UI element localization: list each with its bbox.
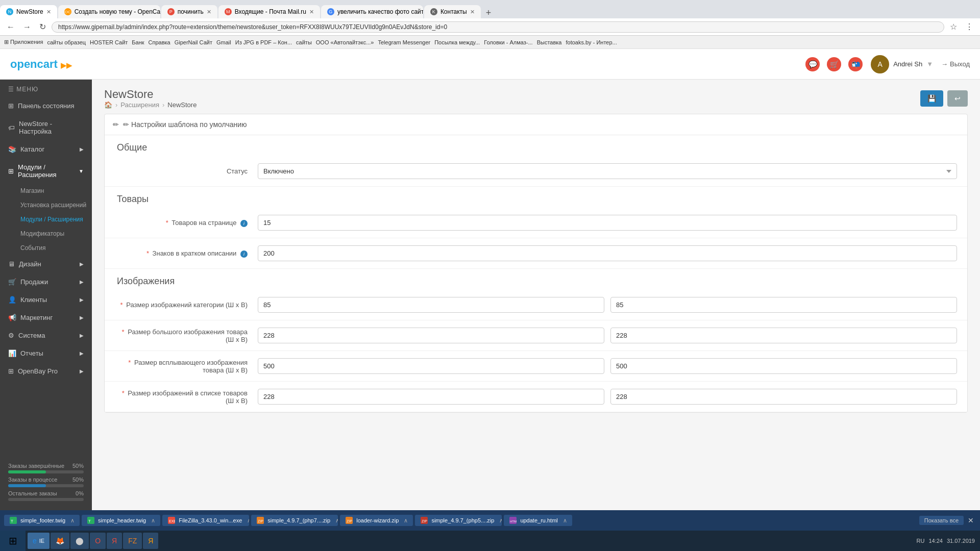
forward-button[interactable]: → — [20, 21, 34, 33]
breadcrumb-extensions[interactable]: Расширения — [120, 101, 159, 109]
tab-close-fix[interactable]: ✕ — [207, 9, 211, 15]
home-icon[interactable]: 🏠 — [104, 101, 112, 109]
tab-close-mail[interactable]: ✕ — [309, 9, 314, 15]
cat-image-width-input[interactable] — [258, 297, 604, 313]
sidebar-item-shop[interactable]: Магазин — [16, 184, 92, 198]
status-select[interactable]: Включено Отключено — [258, 163, 957, 179]
info-icon-1[interactable]: i — [240, 220, 248, 227]
tab-close-contacts[interactable]: ✕ — [470, 9, 475, 15]
reload-button[interactable]: ↻ — [37, 21, 48, 33]
bookmark-13[interactable]: Выставка — [537, 39, 562, 45]
taskbar-file-html[interactable]: HTML update_ru.html ∧ — [504, 515, 572, 526]
taskbar-file-loader[interactable]: ZIP loader-wizard.zip ∧ — [340, 515, 413, 526]
tab-opencart[interactable]: OC Создать новую тему - OpenCar... ✕ — [58, 5, 160, 18]
taskbar-close-button[interactable]: ✕ — [966, 516, 976, 524]
sidebar-item-reports[interactable]: 📊 Отчеты ▶ — [0, 344, 92, 362]
tab-fix[interactable]: P починить ✕ — [161, 5, 217, 18]
taskbar-chrome-button[interactable]: ⬤ — [70, 533, 89, 549]
sidebar-sub-modules: Магазин Установка расширений Модули / Ра… — [0, 184, 92, 255]
bookmark-11[interactable]: Посылка между... — [434, 39, 480, 45]
start-button[interactable]: ⊞ — [0, 531, 26, 551]
taskbar-ie-button[interactable]: e IE — [28, 533, 50, 549]
bookmark-9[interactable]: ООО «Автолайтэкс...» — [316, 39, 374, 45]
sidebar-item-modules-ext[interactable]: Модули / Расширения — [16, 212, 92, 227]
tab-close-newstore[interactable]: ✕ — [46, 9, 51, 15]
taskbar-yandex2-button[interactable]: Я — [143, 533, 158, 549]
sidebar-label-reports: Отчеты — [20, 349, 43, 357]
bookmark-1[interactable]: сайты образец — [47, 39, 86, 45]
taskbar-file-footer[interactable]: T simple_footer.twig ∧ — [4, 515, 80, 526]
logout-button[interactable]: → Выход — [941, 60, 970, 68]
sidebar-item-modules[interactable]: ⊞ Модули / Расширения ▼ — [0, 158, 92, 184]
bookmark-3[interactable]: Банк — [132, 39, 144, 45]
sidebar-item-system[interactable]: ⚙ Система ▶ — [0, 327, 92, 344]
sidebar-item-marketing[interactable]: 📢 Маркетинг ▶ — [0, 309, 92, 327]
bookmark-14[interactable]: fotoaks.by - Интер... — [566, 39, 617, 45]
bookmark-8[interactable]: сайты — [296, 39, 312, 45]
new-tab-button[interactable]: + — [482, 8, 496, 18]
taskbar-firefox-button[interactable]: 🦊 — [51, 533, 69, 549]
sidebar-item-newstore[interactable]: 🏷 NewStore - Настройка — [0, 115, 92, 140]
tab-newstore[interactable]: N NewStore ✕ — [0, 5, 57, 18]
zip1-label: simple_4.9.7_(php7....zip — [267, 517, 330, 523]
form-row-cat-image: * Размер изображений категории (Ш х В) — [105, 290, 967, 320]
notification-icon[interactable]: 💬 — [805, 57, 820, 71]
sidebar-item-dashboard[interactable]: ⊞ Панель состояния — [0, 97, 92, 115]
address-input[interactable] — [52, 21, 944, 33]
cart-icon[interactable]: 🛒 — [827, 57, 841, 71]
bookmark-5[interactable]: GiperNail Сайт — [175, 39, 212, 45]
username-label[interactable]: Andrei Sh — [893, 60, 922, 68]
taskbar-file-header[interactable]: T simple_header.twig ∧ — [82, 515, 160, 526]
popup-image-width-input[interactable] — [258, 358, 604, 374]
taskbar-file-zip2[interactable]: ZIP simple_4.9.7_(php5....zip ∧ — [415, 515, 502, 526]
list-image-height-input[interactable] — [610, 389, 957, 405]
back-button[interactable]: ← — [4, 21, 17, 33]
large-image-width-input[interactable] — [258, 328, 604, 343]
bookmark-4[interactable]: Справка — [149, 39, 170, 45]
sidebar-item-install[interactable]: Установка расширений — [16, 198, 92, 212]
back-action-button[interactable]: ↩ — [947, 90, 968, 107]
sidebar-item-sales[interactable]: 🛒 Продажи ▶ — [0, 273, 92, 291]
bookmark-2[interactable]: HOSTER Сайт — [90, 39, 128, 45]
sidebar-label-newstore: NewStore - Настройка — [19, 120, 84, 135]
dashboard-icon: ⊞ — [8, 102, 14, 110]
bookmark-6[interactable]: Gmail — [216, 39, 231, 45]
sidebar-item-events[interactable]: События — [16, 241, 92, 255]
menu-button[interactable]: ⋮ — [963, 21, 976, 33]
bookmark-12[interactable]: Головки - Алмаз-... — [484, 39, 533, 45]
bookmark-apps[interactable]: ⊞ Приложения — [4, 39, 43, 45]
bookmark-button[interactable]: ☆ — [947, 21, 960, 33]
popup-image-height-input[interactable] — [610, 358, 957, 374]
products-per-page-input[interactable] — [258, 215, 957, 231]
taskbar-opera-button[interactable]: O — [90, 533, 106, 549]
tab-label-contacts: Контакты — [440, 8, 467, 15]
large-image-height-input[interactable] — [610, 328, 957, 343]
bookmark-7[interactable]: Из JPG в PDF – Кон... — [235, 39, 292, 45]
save-button[interactable]: 💾 — [920, 90, 943, 107]
info-icon-2[interactable]: i — [240, 251, 248, 258]
mail-icon[interactable]: 📬 — [848, 57, 863, 71]
sidebar-item-customers[interactable]: 👤 Клиенты ▶ — [0, 291, 92, 309]
footer-twig-icon: T — [9, 516, 17, 524]
section-title-images: Изображения — [105, 269, 967, 290]
sidebar-label-modules: Модули / Расширения — [18, 163, 75, 179]
sidebar-item-design[interactable]: 🖥 Дизайн ▶ — [0, 255, 92, 273]
reports-arrow-icon: ▶ — [80, 350, 84, 356]
taskbar-yandex-button[interactable]: Я — [107, 533, 122, 549]
sidebar-item-modifiers[interactable]: Модификаторы — [16, 227, 92, 241]
taskbar-file-zip1[interactable]: ZIP simple_4.9.7_(php7....zip ∧ — [251, 515, 338, 526]
taskbar-file-filezilla[interactable]: EXE FileZilla_3.43.0_win...exe ∧ — [162, 515, 249, 526]
opera-icon: O — [95, 537, 101, 545]
list-image-width-input[interactable] — [258, 389, 604, 405]
tab-mail[interactable]: M Входящие - Почта Mail.ru ✕ — [218, 5, 320, 18]
bookmark-10[interactable]: Telegram Messenger — [378, 39, 430, 45]
tab-google[interactable]: G увеличить качество фото сайта... ✕ — [321, 5, 423, 18]
show-all-button[interactable]: Показать все — [919, 516, 964, 525]
cat-image-height-input[interactable] — [610, 297, 957, 313]
short-desc-input[interactable] — [258, 245, 957, 261]
sidebar-item-openbay[interactable]: ⊞ OpenBay Pro ▶ — [0, 362, 92, 380]
sidebar-item-catalog[interactable]: 📚 Каталог ▶ — [0, 140, 92, 158]
taskbar-filezilla-btn[interactable]: FZ — [123, 533, 142, 549]
catalog-arrow-icon: ▶ — [80, 146, 84, 152]
tab-contacts[interactable]: K Контакты ✕ — [424, 5, 481, 18]
